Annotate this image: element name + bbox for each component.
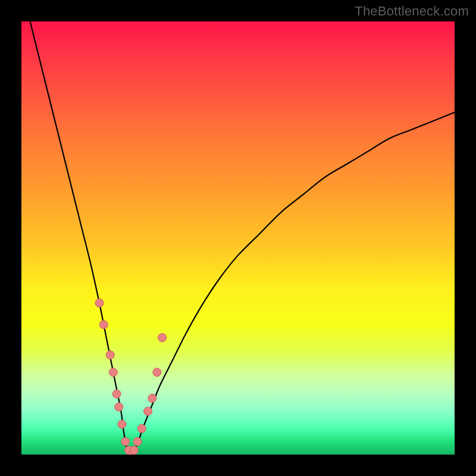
chart-frame: TheBottleneck.com xyxy=(0,0,476,476)
sample-point xyxy=(137,424,146,433)
sample-point xyxy=(153,368,161,377)
plot-area xyxy=(21,21,455,455)
sample-point xyxy=(99,321,108,329)
sample-point xyxy=(148,394,156,402)
sample-point xyxy=(118,420,126,428)
markers-layer xyxy=(21,21,455,455)
sample-point xyxy=(121,437,130,446)
sample-point xyxy=(95,299,104,307)
sample-point xyxy=(112,390,121,398)
watermark-label: TheBottleneck.com xyxy=(355,4,469,19)
sample-point xyxy=(144,407,152,415)
sample-point xyxy=(106,351,114,359)
sample-point xyxy=(133,437,142,446)
sample-point xyxy=(158,333,167,342)
sample-point xyxy=(109,368,117,377)
sample-point xyxy=(115,403,123,411)
sample-point xyxy=(130,446,138,455)
